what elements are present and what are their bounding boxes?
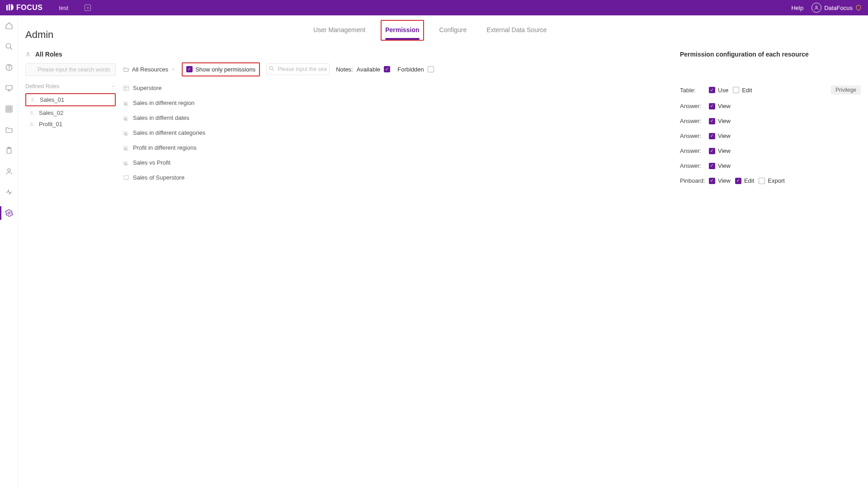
checkbox-icon — [709, 148, 715, 154]
perm-export-toggle[interactable]: Export — [759, 177, 785, 184]
checkbox-icon — [186, 66, 193, 72]
svg-rect-32 — [125, 103, 126, 105]
gear-icon[interactable] — [5, 209, 13, 217]
svg-point-24 — [31, 123, 33, 124]
resources-list: Superstore Sales in different region Sal… — [123, 81, 673, 185]
content: All Roles Defined Roles Sales_01 Sales_0… — [18, 41, 868, 488]
perm-view-toggle[interactable]: View — [709, 103, 731, 109]
tab-permission[interactable]: Permission — [381, 20, 424, 41]
checkbox-icon — [709, 103, 715, 109]
resource-row[interactable]: Sales of Superstore — [123, 170, 673, 185]
svg-line-4 — [10, 47, 12, 50]
perm-view-toggle[interactable]: View — [709, 177, 731, 184]
resource-row[interactable]: Sales in differnt dates — [123, 110, 673, 125]
roles-header: All Roles — [25, 48, 116, 63]
home-icon[interactable] — [5, 22, 13, 30]
svg-rect-40 — [125, 133, 126, 135]
resources-search-input[interactable] — [266, 63, 330, 75]
perm-view-toggle[interactable]: View — [709, 133, 731, 139]
checkbox-icon — [759, 178, 765, 184]
add-tab-icon[interactable]: + — [85, 5, 91, 11]
user-menu[interactable]: DataFocus — [811, 3, 862, 13]
perm-view-toggle[interactable]: View — [709, 118, 731, 124]
chart-icon — [123, 115, 129, 121]
roles-panel: All Roles Defined Roles Sales_01 Sales_0… — [25, 48, 116, 488]
tab-configure[interactable]: Configure — [435, 20, 472, 41]
perm-row: Answer: View — [680, 114, 861, 128]
show-only-permissions-toggle[interactable]: Show only permissions — [182, 62, 260, 76]
resources-toolbar: All Resources Show only permissions Note… — [123, 62, 673, 77]
roles-group-header[interactable]: Defined Roles — [25, 81, 116, 92]
topbar-left: FOCUS test + — [6, 4, 91, 12]
roles-search-input[interactable] — [25, 63, 116, 76]
svg-rect-44 — [125, 148, 126, 150]
tab-external-data-source[interactable]: External Data Source — [482, 20, 551, 41]
perm-row: Answer: View — [680, 158, 861, 173]
username: DataFocus — [824, 5, 853, 11]
left-nav — [0, 15, 18, 488]
logo-icon — [6, 4, 14, 11]
resource-row[interactable]: Sales vs Profit — [123, 155, 673, 170]
user-icon[interactable] — [5, 167, 13, 175]
page-title: Admin — [25, 29, 53, 41]
pinboard-icon — [123, 175, 129, 181]
svg-point-17 — [8, 169, 10, 171]
checkbox-icon — [709, 133, 715, 139]
main: Admin User Management Permission Configu… — [18, 15, 868, 488]
folder-icon[interactable] — [5, 126, 13, 134]
svg-point-19 — [27, 52, 29, 54]
topbar: FOCUS test + Help DataFocus — [0, 0, 868, 15]
app-logo[interactable]: FOCUS — [6, 4, 43, 12]
role-item-sales-02[interactable]: Sales_02 — [25, 107, 116, 118]
svg-rect-1 — [9, 4, 10, 10]
resource-row[interactable]: Sales in different categories — [123, 125, 673, 140]
presentation-icon[interactable] — [5, 84, 13, 92]
perm-use-toggle[interactable]: Use — [709, 87, 728, 94]
search-icon[interactable] — [5, 43, 13, 51]
role-item-profit-01[interactable]: Profit_01 — [25, 118, 116, 130]
resources-search-wrap — [266, 63, 330, 75]
svg-rect-49 — [126, 161, 127, 165]
perm-row: Table: Use Edit Privilege — [680, 81, 861, 99]
resource-row[interactable]: Superstore — [123, 81, 673, 95]
main-header: Admin User Management Permission Configu… — [18, 15, 868, 41]
role-label: Sales_01 — [40, 96, 64, 103]
perm-row: Answer: View — [680, 128, 861, 143]
activity-icon[interactable] — [5, 188, 13, 196]
svg-rect-36 — [125, 118, 126, 120]
checkbox-icon — [709, 118, 715, 124]
tab-user-management[interactable]: User Management — [309, 20, 370, 41]
permissions-header: Permission configuration of each resourc… — [680, 48, 861, 63]
perm-edit-toggle[interactable]: Edit — [735, 177, 754, 184]
role-item-sales-01[interactable]: Sales_01 — [25, 93, 116, 106]
chart-icon — [123, 145, 129, 151]
checkbox-icon — [733, 87, 739, 93]
help-circle-icon[interactable] — [5, 63, 13, 71]
resource-row[interactable]: Profit in different regions — [123, 140, 673, 155]
svg-rect-48 — [125, 163, 126, 165]
help-link[interactable]: Help — [791, 5, 803, 11]
perm-edit-toggle[interactable]: Edit — [733, 87, 752, 94]
role-label: Sales_02 — [39, 109, 63, 116]
perm-row: Answer: View — [680, 143, 861, 158]
grid-icon[interactable] — [5, 105, 13, 113]
checkbox-icon — [709, 178, 715, 184]
notes-legend: Notes: Available Forbidden — [336, 66, 434, 73]
svg-point-3 — [6, 43, 11, 48]
perm-view-toggle[interactable]: View — [709, 162, 731, 169]
clipboard-icon[interactable] — [5, 147, 13, 155]
chevron-up-icon — [111, 84, 116, 89]
workspace-tab[interactable]: test — [59, 5, 69, 11]
logo-text: FOCUS — [16, 4, 43, 12]
resource-row[interactable]: Sales in different region — [123, 95, 673, 110]
chart-icon — [123, 130, 129, 136]
perm-view-toggle[interactable]: View — [709, 147, 731, 154]
checkbox-icon — [735, 178, 741, 184]
resources-dropdown[interactable]: All Resources — [123, 66, 175, 73]
svg-point-22 — [32, 98, 33, 100]
resources-panel: All Resources Show only permissions Note… — [116, 48, 680, 488]
shield-icon — [855, 5, 862, 11]
privilege-button[interactable]: Privilege — [831, 85, 861, 95]
table-icon — [123, 85, 129, 91]
checkbox-icon — [709, 87, 715, 93]
